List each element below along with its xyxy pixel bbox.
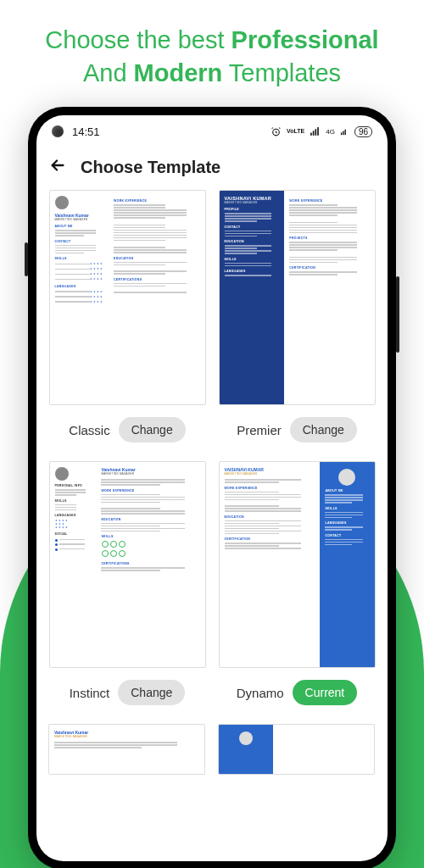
change-button[interactable]: Change xyxy=(119,417,186,442)
template-card-instinct[interactable]: PERSONAL INFO SKILLS LANGUAGES ★★★★ ★★★ … xyxy=(48,461,206,709)
status-bar: 14:51 VoLTE 4G 96 xyxy=(36,115,388,147)
back-arrow-icon[interactable] xyxy=(48,156,67,178)
template-card-dynamo[interactable]: VAISHNAVI KUMAR MARKETING MANAGER WORK E… xyxy=(218,461,376,709)
marketing-headline: Choose the best Professional And Modern … xyxy=(0,0,424,107)
volte-indicator: VoLTE xyxy=(287,129,304,134)
svg-rect-5 xyxy=(341,132,342,135)
svg-rect-3 xyxy=(315,129,317,136)
template-thumbnail[interactable]: Vaishnavi Kumar MARKETING MANAGER ABOUT … xyxy=(49,190,206,405)
template-name: Instinct xyxy=(70,686,110,700)
svg-rect-6 xyxy=(343,131,343,135)
status-time: 14:51 xyxy=(72,125,100,138)
template-thumbnail[interactable]: Vaishnavi Kumar MARKETING MANAGER xyxy=(48,724,205,775)
app-header: Choose Template xyxy=(36,147,388,190)
change-button[interactable]: Change xyxy=(290,417,357,442)
change-button[interactable]: Change xyxy=(118,680,185,705)
svg-rect-2 xyxy=(313,131,315,135)
template-row-partial: Vaishnavi Kumar MARKETING MANAGER xyxy=(48,724,376,775)
template-thumbnail[interactable] xyxy=(218,724,375,775)
svg-rect-1 xyxy=(310,132,312,135)
template-card-premier[interactable]: VAISHNAVI KUMAR MARKETING MANAGER PROFIL… xyxy=(218,190,376,446)
template-thumbnail[interactable]: PERSONAL INFO SKILLS LANGUAGES ★★★★ ★★★ … xyxy=(49,461,206,668)
template-thumbnail[interactable]: VAISHNAVI KUMAR MARKETING MANAGER WORK E… xyxy=(219,461,376,668)
svg-rect-7 xyxy=(344,130,345,135)
page-title: Choose Template xyxy=(81,158,220,177)
phone-screen: 14:51 VoLTE 4G 96 Choose Template xyxy=(36,115,388,861)
phone-frame: 14:51 VoLTE 4G 96 Choose Template xyxy=(28,107,396,868)
template-thumbnail[interactable]: VAISHNAVI KUMAR MARKETING MANAGER PROFIL… xyxy=(219,190,376,405)
template-name: Dynamo xyxy=(237,686,284,700)
current-button[interactable]: Current xyxy=(293,680,358,705)
camera-cutout xyxy=(52,125,64,137)
template-name: Premier xyxy=(237,423,282,437)
template-name: Classic xyxy=(69,423,109,437)
signal-icon-2 xyxy=(340,127,349,136)
template-card-classic[interactable]: Vaishnavi Kumar MARKETING MANAGER ABOUT … xyxy=(48,190,206,446)
svg-rect-4 xyxy=(317,127,319,136)
alarm-icon xyxy=(271,126,282,137)
template-grid[interactable]: Vaishnavi Kumar MARKETING MANAGER ABOUT … xyxy=(36,190,388,861)
signal-icon xyxy=(310,126,321,137)
network-indicator: 4G xyxy=(326,128,335,136)
battery-indicator: 96 xyxy=(354,126,372,137)
